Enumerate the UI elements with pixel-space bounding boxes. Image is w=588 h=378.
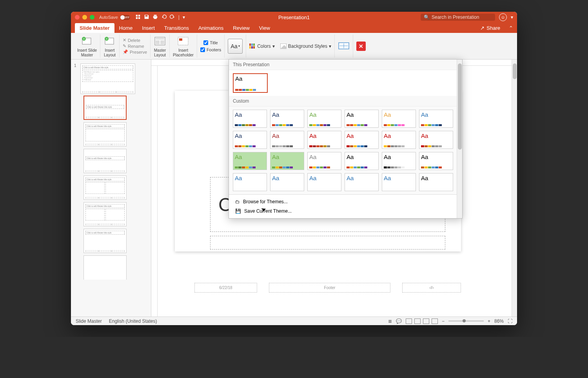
layout-thumbnail-7[interactable] (83, 255, 127, 280)
sorter-view-button[interactable] (414, 318, 421, 324)
layout-thumbnail-4[interactable]: Click to edit Master title style (83, 175, 127, 200)
theme-custom-23[interactable]: Aa (419, 173, 453, 191)
themes-scrollbar[interactable] (457, 60, 462, 218)
title-checkbox[interactable]: Title (203, 40, 218, 45)
footer-placeholder[interactable]: Footer (269, 283, 390, 293)
home-icon[interactable] (135, 14, 141, 21)
print-icon[interactable] (152, 14, 158, 21)
normal-view-button[interactable] (406, 318, 412, 324)
theme-custom-6[interactable]: Aa (233, 131, 267, 149)
search-input[interactable]: 🔍 Search in Presentation (421, 14, 495, 21)
theme-custom-9[interactable]: Aa (345, 131, 379, 149)
layout-thumbnail-5[interactable]: Click to edit Master title style (83, 202, 127, 226)
themes-dropdown-button[interactable]: Aa▾ (228, 39, 243, 54)
theme-custom-8[interactable]: Aa (307, 131, 341, 149)
fit-to-window-button[interactable]: ⛶ (508, 318, 512, 324)
theme-custom-11[interactable]: Aa (419, 131, 453, 149)
theme-custom-4[interactable]: Aa (382, 110, 416, 128)
tab-animations[interactable]: Animations (194, 23, 228, 33)
preserve-button[interactable]: 📌Preserve (123, 49, 147, 54)
tab-slide-master[interactable]: Slide Master (75, 23, 114, 33)
feedback-icon[interactable]: ☺ (499, 13, 507, 21)
scrollbar-handle[interactable] (513, 63, 517, 79)
background-styles-button[interactable]: Background Styles ▾ (280, 43, 331, 49)
status-language[interactable]: English (United States) (109, 318, 157, 324)
theme-custom-5[interactable]: Aa (419, 110, 453, 128)
colors-button[interactable]: Colors ▾ (249, 43, 275, 49)
theme-custom-2[interactable]: Aa (307, 110, 341, 128)
subtitle-placeholder[interactable] (210, 236, 445, 250)
autosave-toggle[interactable]: AutoSave OFF (99, 15, 130, 20)
master-thumbnail[interactable]: Click to edit Master title style • Edit … (80, 63, 135, 94)
layout-thumbnail-1[interactable]: Click to edit Master title style (83, 96, 127, 120)
rename-icon: ✎ (123, 43, 126, 49)
save-icon[interactable] (144, 14, 149, 21)
account-dropdown-icon[interactable]: ▾ (511, 14, 513, 20)
scrollbar-handle[interactable] (458, 63, 462, 150)
theme-custom-18[interactable]: Aa (233, 173, 267, 191)
theme-custom-12[interactable]: Aa (233, 152, 267, 170)
insert-placeholder-button[interactable]: Insert Placeholder (170, 34, 197, 58)
svg-rect-11 (179, 38, 182, 41)
vertical-scrollbar[interactable] (512, 60, 517, 317)
comments-button[interactable]: 💬 (396, 318, 402, 324)
share-button[interactable]: ↗ Share (475, 23, 505, 33)
theme-custom-21[interactable]: Aa (345, 173, 379, 191)
theme-custom-22[interactable]: Aa (382, 173, 416, 191)
undo-icon[interactable] (161, 14, 167, 21)
tab-transitions[interactable]: Transitions (160, 23, 194, 33)
slide-size-button[interactable] (338, 41, 350, 51)
title-checkbox-input[interactable] (203, 40, 208, 45)
qat-more-icon[interactable]: ▾ (183, 14, 185, 20)
notes-button[interactable]: ≣ (388, 318, 392, 324)
tab-review[interactable]: Review (228, 23, 254, 33)
insert-slide-master-button[interactable]: + Insert Slide Master (74, 34, 100, 58)
tab-home[interactable]: Home (114, 23, 138, 33)
svg-rect-9 (160, 40, 164, 44)
theme-custom-16[interactable]: Aa (382, 152, 416, 170)
date-placeholder[interactable]: 6/22/18 (194, 283, 257, 293)
slideshow-view-button[interactable] (432, 318, 438, 324)
slide-number-placeholder[interactable]: ‹#› (402, 283, 461, 293)
redo-icon[interactable] (170, 14, 175, 21)
minimize-window-button[interactable] (82, 15, 87, 20)
theme-custom-1[interactable]: Aa (270, 110, 304, 128)
tab-insert[interactable]: Insert (137, 23, 160, 33)
zoom-window-button[interactable] (90, 15, 94, 20)
theme-custom-7[interactable]: Aa (270, 131, 304, 149)
insert-layout-button[interactable]: + Insert Layout (100, 34, 120, 58)
layout-thumbnail-6[interactable]: Click to edit Master title style (83, 229, 127, 253)
close-master-button[interactable]: ✕ (356, 42, 366, 51)
theme-custom-20[interactable]: Aa (307, 173, 341, 191)
reading-view-button[interactable] (423, 318, 429, 324)
rename-button[interactable]: ✎Rename (123, 43, 147, 49)
theme-custom-17[interactable]: Aa (419, 152, 453, 170)
layout-thumbnail-2[interactable]: Click to edit Master title style (83, 122, 127, 146)
theme-custom-13[interactable]: Aa (270, 152, 304, 170)
master-layout-button[interactable]: Master Layout (151, 34, 170, 58)
theme-swatch (421, 166, 442, 168)
svg-rect-8 (156, 40, 160, 44)
tab-view[interactable]: View (254, 23, 275, 33)
zoom-in-button[interactable]: + (488, 318, 490, 324)
close-window-button[interactable] (75, 15, 80, 20)
theme-custom-14[interactable]: Aa (307, 152, 341, 170)
theme-preview-text: Aa (235, 111, 265, 118)
footers-checkbox[interactable]: Footers (200, 47, 221, 52)
date-text: 6/22/18 (219, 286, 232, 290)
theme-custom-19[interactable]: Aa (270, 173, 304, 191)
zoom-slider[interactable] (448, 320, 484, 322)
theme-custom-3[interactable]: Aa (345, 110, 379, 128)
theme-preview-text: Aa (347, 175, 377, 181)
theme-custom-0[interactable]: Aa (233, 110, 267, 128)
theme-current[interactable]: Aa (233, 73, 268, 93)
collapse-ribbon-icon[interactable]: ⌃ (505, 23, 517, 33)
layout-thumbnail-3[interactable]: Click to edit Master title style (83, 149, 127, 173)
footers-checkbox-input[interactable] (200, 47, 205, 52)
theme-custom-15[interactable]: Aa (345, 152, 379, 170)
theme-custom-10[interactable]: Aa (382, 131, 416, 149)
zoom-out-button[interactable]: − (442, 318, 445, 324)
app-window: AutoSave OFF | ▾ Presentation1 🔍 Search … (71, 12, 517, 325)
delete-button[interactable]: ✕Delete (123, 38, 147, 43)
zoom-level[interactable]: 86% (494, 318, 504, 324)
